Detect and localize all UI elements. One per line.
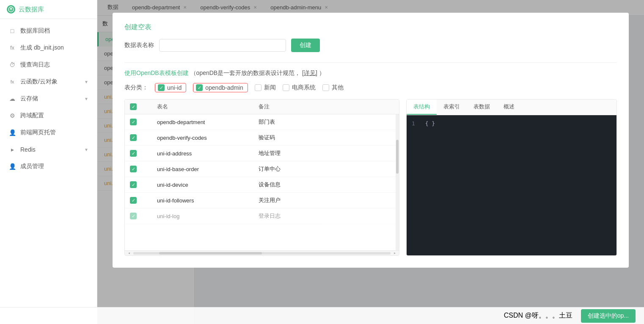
sidebar-item-slow-query[interactable]: ⏱ 慢查询日志	[0, 56, 97, 73]
opendb-admin-checkbox[interactable]: ✓	[196, 84, 203, 91]
table-row-0[interactable]: ✓ opendb-department 部门表	[125, 114, 399, 130]
modal-overlay: 创建空表 数据表名称 创建 使用OpenDB表模板创建 （openDB是一套开放…	[97, 0, 644, 324]
sidebar-logo-text: 云数据库	[19, 6, 44, 14]
row-3-check[interactable]: ✓	[130, 166, 140, 173]
sidebar-item-cloud-function[interactable]: fx 云函数/云对象 ▼	[0, 73, 97, 90]
row-3-name: uni-id-base-order	[157, 166, 242, 172]
sidebar-menu: □ 数据库回档 fx 生成 db_init.json ⏱ 慢查询日志 fx 云函…	[0, 19, 97, 324]
template-table-header: ✓ 表名 备注	[125, 100, 399, 114]
preview-tab-overview-label: 概述	[504, 103, 515, 110]
preview-tab-data[interactable]: 表数据	[467, 100, 497, 115]
h-scrollbar: ◂ ▸	[125, 250, 399, 255]
main-area: 数据 opendb-department ✕ opendb-verify-cod…	[97, 0, 644, 324]
ecommerce-checkbox[interactable]	[283, 84, 289, 91]
h-scroll-left[interactable]: ◂	[127, 251, 132, 256]
row-6-note: 登录日志	[259, 212, 394, 220]
table-row-1[interactable]: ✓ opendb-verify-codes 验证码	[125, 130, 399, 146]
table-row-4[interactable]: ✓ uni-id-device 设备信息	[125, 177, 399, 193]
create-empty-button[interactable]: 创建	[291, 39, 320, 52]
opendb-link[interactable]: [详见]	[302, 69, 317, 76]
sidebar-item-frontend-hosting[interactable]: 👤 前端网页托管	[0, 124, 97, 141]
row-4-note: 设备信息	[259, 181, 394, 188]
category-other[interactable]: 其他	[322, 84, 344, 91]
row-5-note: 关注用户	[259, 197, 394, 204]
preview-pane: 表结构 表索引 表数据 概述	[406, 99, 617, 256]
table-scrollbar[interactable]	[396, 114, 399, 250]
news-checkbox[interactable]	[255, 84, 261, 91]
row-2-name: uni-id-address	[157, 150, 242, 157]
template-table: ✓ 表名 备注 ✓ opendb	[124, 99, 399, 256]
sidebar-item-database-backup-label: 数据库回档	[20, 27, 50, 35]
row-0-check[interactable]: ✓	[130, 119, 140, 126]
h-scroll-track	[133, 252, 391, 255]
create-empty-form: 数据表名称 创建	[124, 39, 617, 52]
create-selected-button[interactable]: 创建选中的op...	[581, 309, 636, 323]
category-uni-id[interactable]: ✓ uni-id	[155, 83, 186, 92]
table-name-label: 数据表名称	[124, 42, 154, 49]
cloud-function-arrow: ▼	[84, 80, 88, 84]
sidebar-item-member-management-label: 成员管理	[20, 163, 44, 170]
sidebar-item-cross-domain[interactable]: ⚙ 跨域配置	[0, 107, 97, 124]
table-row-5[interactable]: ✓ uni-id-followers 关注用户	[125, 193, 399, 208]
table-row-6[interactable]: ✓ uni-id-log 登录日志	[125, 208, 399, 224]
sidebar-item-member-management[interactable]: 👤 成员管理	[0, 158, 97, 175]
uni-id-checkbox[interactable]: ✓	[158, 84, 165, 91]
sidebar-logo: 云数据库	[0, 0, 97, 19]
row-1-check[interactable]: ✓	[130, 134, 140, 141]
news-label: 新闻	[264, 84, 276, 91]
sidebar-item-redis[interactable]: ▸ Redis ▼	[0, 141, 97, 158]
sidebar: 云数据库 □ 数据库回档 fx 生成 db_init.json ⏱ 慢查询日志 …	[0, 0, 97, 324]
row-3-note: 订单中心	[259, 165, 394, 173]
table-row-2[interactable]: ✓ uni-id-address 地址管理	[125, 146, 399, 161]
ecommerce-label: 电商系统	[292, 84, 316, 91]
sidebar-item-slow-query-label: 慢查询日志	[20, 61, 50, 69]
template-table-body: ✓ opendb-department 部门表 ✓ opendb-verify-…	[125, 114, 399, 250]
opendb-link-end: ）	[319, 69, 325, 76]
sidebar-item-cloud-storage-label: 云存储	[20, 95, 38, 102]
logo-icon	[7, 5, 15, 14]
table-name-input[interactable]	[159, 39, 286, 52]
row-5-check[interactable]: ✓	[130, 197, 140, 204]
preview-tab-overview[interactable]: 概述	[497, 100, 521, 115]
category-news[interactable]: 新闻	[255, 84, 276, 91]
create-empty-section: 创建空表 数据表名称 创建	[124, 23, 617, 52]
create-empty-title: 创建空表	[124, 23, 617, 32]
sidebar-item-cross-domain-label: 跨域配置	[20, 112, 44, 119]
preview-tab-index[interactable]: 表索引	[437, 100, 467, 115]
sidebar-item-generate-db[interactable]: fx 生成 db_init.json	[0, 39, 97, 56]
cloud-storage-arrow: ▼	[84, 97, 88, 101]
uni-id-checkmark: ✓	[160, 85, 163, 91]
row-5-name: uni-id-followers	[157, 197, 242, 204]
sidebar-item-cloud-storage[interactable]: ☁ 云存储 ▼	[0, 90, 97, 107]
modal: 创建空表 数据表名称 创建 使用OpenDB表模板创建 （openDB是一套开放…	[113, 13, 629, 268]
row-6-check[interactable]: ✓	[130, 213, 140, 220]
sidebar-item-database-backup[interactable]: □ 数据库回档	[0, 22, 97, 39]
preview-tab-structure[interactable]: 表结构	[407, 100, 437, 115]
other-checkbox[interactable]	[322, 84, 329, 91]
h-scroll-right[interactable]: ▸	[392, 251, 397, 256]
category-opendb-admin[interactable]: ✓ opendb-admin	[193, 83, 248, 92]
category-row: 表分类： ✓ uni-id ✓ opendb-admin	[124, 83, 617, 92]
row-6-name: uni-id-log	[157, 213, 242, 219]
template-area: ✓ 表名 备注 ✓ opendb	[124, 99, 617, 256]
row-1-note: 验证码	[259, 134, 394, 141]
opendb-admin-label: opendb-admin	[205, 84, 243, 91]
sidebar-item-frontend-hosting-label: 前端网页托管	[20, 129, 56, 136]
database-backup-icon: □	[8, 27, 16, 35]
frontend-hosting-icon: 👤	[8, 129, 16, 136]
uni-id-label: uni-id	[167, 84, 182, 91]
cloud-storage-icon: ☁	[8, 95, 16, 102]
preview-code: { }	[425, 120, 435, 127]
row-4-check[interactable]: ✓	[130, 181, 140, 188]
table-row-3[interactable]: ✓ uni-id-base-order 订单中心	[125, 161, 399, 177]
row-0-name: opendb-department	[157, 119, 242, 125]
sidebar-item-redis-label: Redis	[20, 146, 36, 153]
other-label: 其他	[332, 84, 344, 91]
preview-tab-index-label: 表索引	[443, 103, 460, 110]
row-2-check[interactable]: ✓	[130, 150, 140, 157]
section-divider	[124, 62, 617, 63]
preview-content: 1 { }	[407, 115, 616, 255]
category-ecommerce[interactable]: 电商系统	[283, 84, 316, 91]
cross-domain-icon: ⚙	[8, 112, 16, 119]
opendb-admin-checkmark: ✓	[198, 85, 201, 91]
